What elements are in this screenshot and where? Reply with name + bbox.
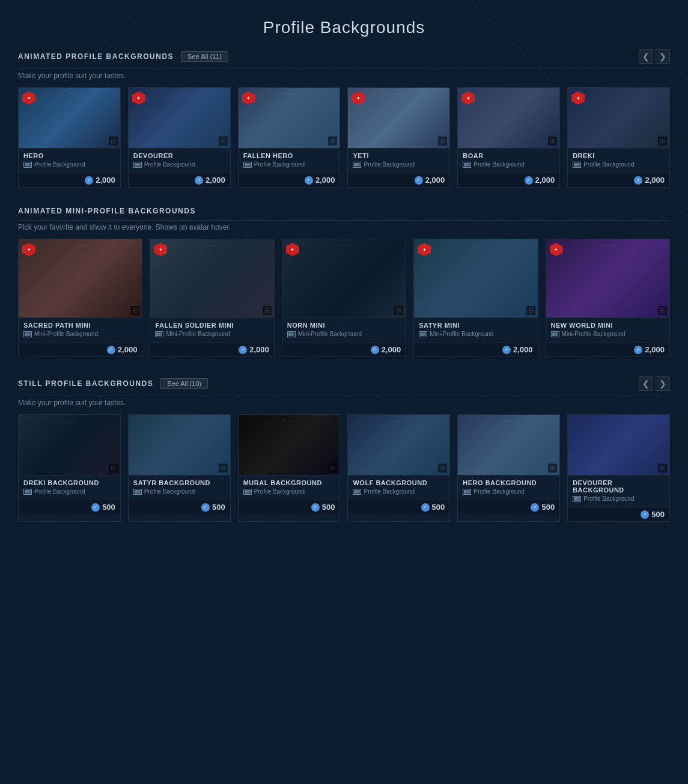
price-value: 500 [432, 503, 445, 512]
item-type-icon [133, 162, 142, 168]
currency-icon [85, 176, 93, 185]
thumbnail-background: · · · · ·⊞ [239, 415, 340, 475]
item-info: SATYR BACKGROUNDProfile Background [129, 475, 230, 500]
currency-icon [311, 503, 320, 512]
item-type-icon [23, 162, 32, 168]
price-value: 2,000 [513, 345, 533, 354]
items-row-animated-profile: · · · · ·⊞HEROProfile Background2,000· ·… [18, 87, 670, 188]
item-type-row: Mini-Profile Background [287, 331, 401, 337]
item-card-dreki[interactable]: · · · · ·⊞DREKIProfile Background2,000 [567, 87, 670, 188]
see-all-button-still-profile[interactable]: See All (10) [160, 378, 208, 389]
item-price-row: 2,000 [19, 173, 120, 187]
section-animated-profile: ANIMATED PROFILE BACKGROUNDSSee All (11)… [18, 49, 670, 188]
item-name: YETI [353, 152, 445, 159]
item-info: NORN MINIMini-Profile Background [282, 317, 406, 342]
item-type-label: Mini-Profile Background [562, 331, 626, 337]
next-arrow-animated-profile[interactable]: ❯ [656, 49, 670, 64]
thumbnail-decoration: · · · · · [129, 418, 230, 424]
thumbnail-background: · · · · ·⊞ [458, 415, 559, 475]
item-card-norn-mini[interactable]: · · · · ·⊞NORN MINIMini-Profile Backgrou… [282, 239, 406, 357]
item-name: FALLEN SOLDIER MINI [155, 322, 269, 329]
thumbnail-decoration: · · · · · [458, 418, 559, 424]
item-type-label: Profile Background [583, 495, 635, 502]
items-row-animated-mini: · · · · ·⊞SACRED PATH MINIMini-Profile B… [18, 239, 670, 357]
see-all-button-animated-profile[interactable]: See All (11) [181, 51, 228, 62]
prev-arrow-animated-profile[interactable]: ❮ [639, 49, 653, 64]
item-thumbnail-satyr-mini: · · · · ·⊞ [414, 239, 537, 317]
item-type-label: Mini-Profile Background [430, 331, 493, 337]
item-card-satyr-mini[interactable]: · · · · ·⊞SATYR MINIMini-Profile Backgro… [413, 239, 538, 357]
thumbnail-expand-icon: ⊞ [328, 136, 337, 145]
next-arrow-still-profile[interactable]: ❯ [656, 376, 670, 391]
item-type-icon [353, 162, 361, 168]
item-card-wolf-background[interactable]: · · · · ·⊞WOLF BACKGROUNDProfile Backgro… [347, 414, 450, 522]
item-card-hero[interactable]: · · · · ·⊞HEROProfile Background2,000 [18, 87, 121, 188]
item-card-fallen-hero[interactable]: · · · · ·⊞FALLEN HEROProfile Background2… [238, 87, 341, 188]
item-thumbnail-norn-mini: · · · · ·⊞ [282, 239, 406, 317]
item-thumbnail-devourer-background: · · · · ·⊞ [568, 415, 669, 475]
prev-arrow-still-profile[interactable]: ❮ [639, 376, 653, 391]
currency-icon [305, 176, 313, 185]
thumbnail-decoration: · · · · · [414, 242, 537, 249]
section-animated-mini: ANIMATED MINI-PROFILE BACKGROUNDSPick yo… [18, 207, 670, 357]
thumbnail-expand-icon: ⊞ [263, 306, 272, 315]
item-info: BOARProfile Background [458, 148, 559, 173]
item-card-sacred-path-mini[interactable]: · · · · ·⊞SACRED PATH MINIMini-Profile B… [18, 239, 142, 357]
thumbnail-background: · · · · ·⊞ [150, 239, 273, 317]
thumbnail-decoration: · · · · · [19, 418, 120, 424]
item-price-row: 2,000 [150, 342, 273, 357]
currency-icon [502, 346, 511, 354]
price-value: 2,000 [382, 345, 401, 354]
item-card-new-world-mini[interactable]: · · · · ·⊞NEW WORLD MINIMini-Profile Bac… [546, 239, 670, 357]
currency-icon [107, 346, 115, 354]
item-card-devourer-background[interactable]: · · · · ·⊞DEVOURER BACKGROUNDProfile Bac… [567, 414, 670, 522]
thumbnail-expand-icon: ⊞ [219, 136, 228, 145]
item-info: WOLF BACKGROUNDProfile Background [348, 475, 449, 500]
item-type-row: Mini-Profile Background [155, 331, 269, 337]
thumbnail-decoration: · · · · · [19, 242, 142, 249]
currency-icon [195, 176, 203, 185]
item-card-fallen-soldier-mini[interactable]: · · · · ·⊞FALLEN SOLDIER MINIMini-Profil… [150, 239, 274, 357]
item-type-row: Profile Background [573, 161, 665, 168]
item-name: NEW WORLD MINI [551, 322, 665, 329]
thumbnail-expand-icon: ⊞ [109, 464, 118, 473]
item-type-row: Profile Background [353, 161, 445, 168]
section-still-profile: STILL PROFILE BACKGROUNDSSee All (10)❮❯M… [18, 376, 670, 522]
item-card-dreki-background[interactable]: · · · · ·⊞DREKI BACKGROUNDProfile Backgr… [18, 414, 121, 522]
item-info: DEVOURERProfile Background [129, 148, 230, 173]
item-card-hero-background[interactable]: · · · · ·⊞HERO BACKGROUNDProfile Backgro… [457, 414, 560, 522]
item-price-row: 2,000 [282, 342, 406, 357]
item-card-mural-background[interactable]: · · · · ·⊞MURAL BACKGROUNDProfile Backgr… [238, 414, 341, 522]
currency-icon [634, 176, 642, 185]
item-thumbnail-mural-background: · · · · ·⊞ [239, 415, 340, 475]
item-type-label: Profile Background [583, 161, 635, 168]
item-type-icon [155, 331, 163, 337]
item-card-devourer[interactable]: · · · · ·⊞DEVOURERProfile Background2,00… [128, 87, 231, 188]
item-card-satyr-background[interactable]: · · · · ·⊞SATYR BACKGROUNDProfile Backgr… [128, 414, 231, 522]
price-value: 500 [651, 510, 665, 519]
item-thumbnail-new-world-mini: · · · · ·⊞ [546, 239, 669, 317]
thumbnail-background: · · · · ·⊞ [19, 239, 142, 317]
price-value: 500 [322, 503, 335, 512]
item-name: MURAL BACKGROUND [243, 479, 335, 486]
item-type-label: Mini-Profile Background [34, 331, 98, 337]
item-price-row: 500 [458, 500, 559, 514]
currency-icon [641, 510, 649, 519]
thumbnail-expand-icon: ⊞ [109, 136, 118, 145]
item-type-icon [463, 162, 471, 168]
item-type-icon [23, 489, 32, 495]
thumbnail-decoration: · · · · · [150, 242, 273, 249]
thumbnail-decoration: · · · · · [282, 242, 406, 249]
item-card-boar[interactable]: · · · · ·⊞BOARProfile Background2,000 [457, 87, 560, 188]
price-value: 2,000 [645, 345, 665, 354]
item-card-yeti[interactable]: · · · · ·⊞YETIProfile Background2,000 [347, 87, 450, 188]
item-thumbnail-wolf-background: · · · · ·⊞ [348, 415, 449, 475]
currency-icon [201, 503, 210, 512]
item-name: DEVOURER [133, 152, 225, 159]
section-header-animated-profile: ANIMATED PROFILE BACKGROUNDSSee All (11)… [18, 49, 670, 69]
thumbnail-background: · · · · ·⊞ [546, 239, 669, 317]
item-type-row: Mini-Profile Background [551, 331, 665, 337]
section-header-still-profile: STILL PROFILE BACKGROUNDSSee All (10)❮❯ [18, 376, 670, 396]
price-value: 500 [212, 503, 225, 512]
item-info: MURAL BACKGROUNDProfile Background [239, 475, 340, 500]
